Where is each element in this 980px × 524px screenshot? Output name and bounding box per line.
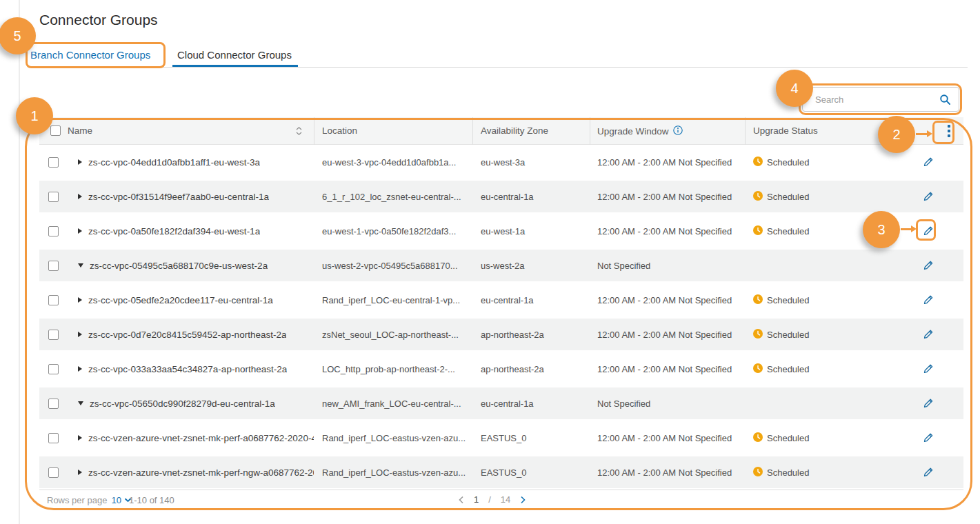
row-checkbox[interactable] bbox=[48, 192, 59, 202]
total-pages: 14 bbox=[501, 494, 510, 505]
clock-icon bbox=[753, 225, 763, 237]
row-checkbox[interactable] bbox=[48, 295, 59, 305]
location-cell: new_AMI_frank_LOC-eu-central-... bbox=[314, 399, 472, 409]
edit-icon[interactable] bbox=[923, 398, 934, 409]
location-cell: 6_1_r_102_loc_zsnet-eu-central-... bbox=[314, 192, 472, 202]
edit-icon[interactable] bbox=[923, 260, 934, 271]
upgrade-window-cell: 12:00 AM - 2:00 AM Not Specified bbox=[590, 295, 745, 305]
table-row[interactable]: zs-cc-vpc-04edd1d0afbb1aff1-eu-west-3a e… bbox=[39, 145, 963, 179]
table-row[interactable]: zs-cc-vpc-0a50fe182f2daf394-eu-west-1a e… bbox=[39, 214, 963, 248]
expand-caret-icon[interactable] bbox=[78, 194, 82, 199]
expand-caret-icon[interactable] bbox=[78, 470, 82, 475]
edit-icon[interactable] bbox=[923, 157, 934, 168]
column-header-location[interactable]: Location bbox=[322, 117, 357, 145]
availability-zone-cell: eu-west-1a bbox=[472, 226, 590, 236]
expand-caret-icon[interactable] bbox=[78, 297, 82, 303]
upgrade-window-label: Upgrade Window bbox=[597, 126, 669, 137]
search-icon[interactable] bbox=[939, 94, 951, 108]
row-checkbox[interactable] bbox=[48, 226, 59, 236]
row-checkbox[interactable] bbox=[48, 467, 59, 478]
table-row[interactable]: zs-cc-vpc-0d7e20c8415c59452-ap-northeast… bbox=[39, 317, 963, 352]
table-row[interactable]: zs-cc-vzen-azure-vnet-zsnet-mk-perf-ngw-… bbox=[39, 455, 963, 490]
expand-caret-icon[interactable] bbox=[78, 159, 82, 165]
row-checkbox[interactable] bbox=[48, 364, 59, 374]
table-footer: Rows per page 10 1-10 of 140 1 / 14 bbox=[39, 490, 963, 510]
table-row[interactable]: zs-cc-vpc-05650dc990f28279d-eu-central-1… bbox=[39, 386, 963, 421]
availability-zone-cell: ap-northeast-2a bbox=[472, 330, 590, 340]
rows-per-page-label: Rows per page bbox=[47, 495, 107, 505]
search-input[interactable] bbox=[802, 87, 959, 112]
location-cell: eu-west-3-vpc-04edd1d0afbb1a... bbox=[314, 157, 472, 168]
current-page[interactable]: 1 bbox=[474, 494, 479, 505]
location-cell: zsNet_seoul_LOC-ap-northeast-... bbox=[314, 330, 472, 340]
upgrade-status-text: Scheduled bbox=[767, 226, 809, 236]
upgrade-window-cell: 12:00 AM - 2:00 AM Not Specified bbox=[590, 467, 745, 478]
table-row[interactable]: zs-cc-vpc-0f31514f9eef7aab0-eu-central-1… bbox=[39, 179, 963, 214]
upgrade-status-cell: Scheduled bbox=[745, 294, 902, 306]
row-checkbox[interactable] bbox=[48, 433, 59, 443]
column-header-upgrade-window[interactable]: Upgrade Window bbox=[597, 117, 683, 145]
info-icon[interactable] bbox=[673, 125, 683, 137]
connector-groups-page: Connector Groups Branch Connector Groups… bbox=[0, 0, 980, 524]
availability-zone-cell: eu-west-3a bbox=[472, 157, 590, 168]
clock-icon bbox=[753, 191, 763, 203]
upgrade-window-cell: Not Specified bbox=[590, 399, 745, 409]
column-header-availability-zone[interactable]: Availability Zone bbox=[481, 117, 548, 145]
upgrade-status-cell: Scheduled bbox=[745, 363, 902, 375]
column-divider bbox=[314, 117, 314, 145]
availability-zone-cell: EASTUS_0 bbox=[472, 433, 590, 443]
expand-caret-icon[interactable] bbox=[78, 228, 82, 234]
table-row[interactable]: zs-cc-vpc-033a33aa54c34827a-ap-northeast… bbox=[39, 352, 963, 386]
table-row[interactable]: zs-cc-vpc-05495c5a688170c9e-us-west-2a u… bbox=[39, 248, 963, 283]
sort-icon[interactable] bbox=[295, 126, 303, 139]
availability-zone-cell: ap-northeast-2a bbox=[472, 364, 590, 374]
table-row[interactable]: zs-cc-vzen-azure-vnet-zsnet-mk-perf-a068… bbox=[39, 421, 963, 455]
availability-zone-cell: eu-central-1a bbox=[472, 399, 590, 409]
page-title: Connector Groups bbox=[39, 12, 158, 28]
row-checkbox[interactable] bbox=[48, 261, 59, 271]
tab-branch-connector-groups[interactable]: Branch Connector Groups bbox=[30, 49, 150, 61]
group-name: zs-cc-vpc-033a33aa54c34827a-ap-northeast… bbox=[88, 364, 287, 374]
edit-icon[interactable] bbox=[923, 467, 934, 478]
expand-caret-icon[interactable] bbox=[78, 435, 82, 441]
previous-page-icon[interactable] bbox=[458, 496, 464, 504]
expand-caret-icon[interactable] bbox=[78, 332, 82, 337]
group-name: zs-cc-vzen-azure-vnet-zsnet-mk-perf-a068… bbox=[88, 433, 314, 443]
row-checkbox[interactable] bbox=[48, 330, 59, 340]
column-header-upgrade-status[interactable]: Upgrade Status bbox=[753, 117, 818, 145]
group-name: zs-cc-vpc-05edfe2a20cdee117-eu-central-1… bbox=[88, 295, 273, 305]
upgrade-status-text: Scheduled bbox=[767, 433, 809, 443]
rows-per-page-value[interactable]: 10 bbox=[111, 495, 121, 505]
availability-zone-cell: eu-central-1a bbox=[472, 192, 590, 202]
row-checkbox[interactable] bbox=[48, 399, 59, 409]
upgrade-window-cell: 12:00 AM - 2:00 AM Not Specified bbox=[590, 157, 745, 168]
column-header-name[interactable]: Name bbox=[68, 117, 92, 145]
expand-caret-icon[interactable] bbox=[78, 263, 83, 268]
edit-icon[interactable] bbox=[923, 225, 934, 236]
availability-zone-cell: eu-central-1a bbox=[472, 295, 590, 305]
edit-icon[interactable] bbox=[923, 363, 934, 374]
row-checkbox[interactable] bbox=[48, 157, 59, 168]
upgrade-window-cell: 12:00 AM - 2:00 AM Not Specified bbox=[590, 364, 745, 374]
upgrade-window-cell: Not Specified bbox=[590, 261, 745, 271]
kebab-menu-icon[interactable] bbox=[942, 124, 956, 138]
edit-icon[interactable] bbox=[923, 294, 934, 305]
edit-icon[interactable] bbox=[923, 191, 934, 202]
clock-icon bbox=[753, 363, 763, 375]
rows-per-page: Rows per page 10 bbox=[47, 495, 132, 505]
group-name: zs-cc-vzen-azure-vnet-zsnet-mk-perf-ngw-… bbox=[88, 467, 314, 478]
group-name: zs-cc-vpc-05495c5a688170c9e-us-west-2a bbox=[90, 261, 268, 271]
edit-icon[interactable] bbox=[923, 432, 934, 443]
tab-cloud-connector-groups[interactable]: Cloud Connector Groups bbox=[177, 49, 292, 61]
location-cell: eu-west-1-vpc-0a50fe182f2daf3... bbox=[314, 226, 472, 236]
row-range-text: 1-10 of 140 bbox=[129, 495, 174, 505]
location-cell: us-west-2-vpc-05495c5a688170... bbox=[314, 261, 472, 271]
select-all-checkbox[interactable] bbox=[50, 125, 61, 136]
edit-icon[interactable] bbox=[923, 329, 934, 340]
expand-caret-icon[interactable] bbox=[78, 366, 82, 372]
availability-zone-cell: EASTUS_0 bbox=[472, 467, 590, 478]
table-row[interactable]: zs-cc-vpc-05edfe2a20cdee117-eu-central-1… bbox=[39, 283, 963, 317]
expand-caret-icon[interactable] bbox=[78, 401, 83, 405]
upgrade-status-text: Scheduled bbox=[767, 157, 809, 168]
next-page-icon[interactable] bbox=[520, 496, 526, 504]
